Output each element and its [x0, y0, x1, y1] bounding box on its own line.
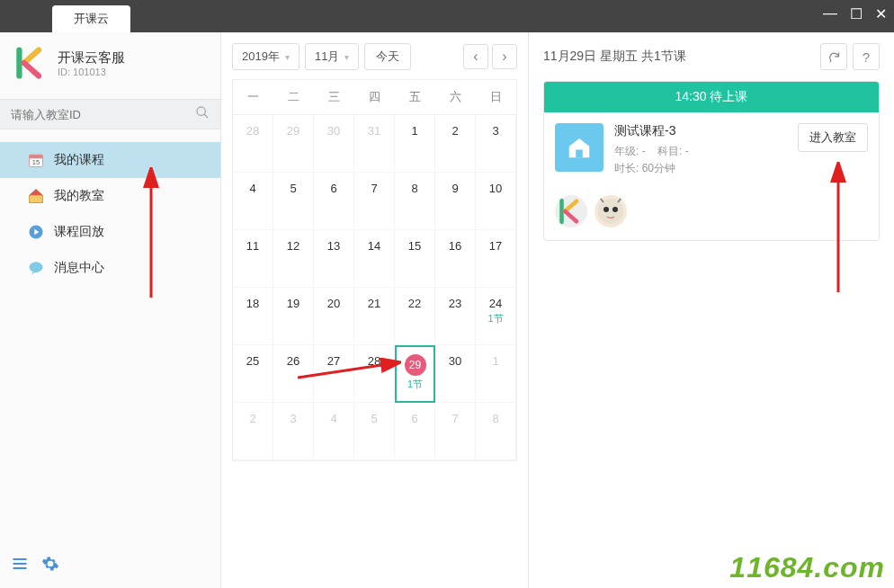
playback-icon — [27, 223, 45, 241]
svg-point-12 — [603, 207, 609, 212]
calendar-day[interactable]: 241节 — [476, 288, 516, 345]
course-status-bar: 14:30 待上课 — [544, 82, 879, 112]
search-box[interactable] — [0, 99, 220, 129]
app-logo-icon — [14, 47, 47, 79]
enter-classroom-button[interactable]: 进入教室 — [798, 123, 868, 152]
menu-icon[interactable] — [11, 555, 29, 577]
maximize-button[interactable]: ☐ — [850, 5, 863, 22]
close-button[interactable]: ✕ — [875, 5, 887, 22]
calendar-day[interactable]: 20 — [314, 288, 354, 345]
calendar-day[interactable]: 8 — [476, 403, 516, 460]
calendar-day[interactable]: 25 — [233, 345, 273, 403]
calendar-day[interactable]: 1 — [395, 115, 435, 173]
calendar-day[interactable]: 1 — [476, 345, 516, 403]
prev-month-button[interactable]: ‹ — [463, 44, 488, 69]
calendar-day[interactable]: 7 — [435, 403, 476, 460]
titlebar: 开课云 — ☐ ✕ — [0, 0, 894, 32]
calendar-day[interactable]: 12 — [273, 230, 314, 288]
calendar-day[interactable]: 31 — [354, 115, 395, 173]
search-input[interactable] — [11, 108, 195, 121]
nav-label: 消息中心 — [54, 260, 104, 276]
minimize-button[interactable]: — — [823, 5, 837, 22]
calendar-day[interactable]: 9 — [435, 173, 476, 230]
course-grade: 年级: - — [614, 145, 646, 157]
calendar-day[interactable]: 16 — [435, 230, 476, 288]
calendar-day[interactable]: 14 — [354, 230, 395, 288]
weekday-header: 三 — [314, 80, 354, 115]
calendar-day[interactable]: 30 — [314, 115, 354, 173]
calendar-day[interactable]: 29 — [273, 115, 314, 173]
chevron-down-icon: ▾ — [344, 52, 349, 62]
nav-list: 15 我的课程 我的教室 课程回放 — [0, 135, 220, 286]
sidebar: 开课云客服 ID: 101013 15 我的课程 — [0, 32, 221, 588]
calendar-grid: 一二三四五六日 28293031123456789101112131415161… — [232, 79, 517, 461]
calendar-day[interactable]: 23 — [435, 288, 476, 345]
weekday-header: 一 — [233, 80, 273, 115]
calendar-day[interactable]: 22 — [395, 288, 435, 345]
nav-item-messages[interactable]: 消息中心 — [0, 250, 220, 286]
teacher-avatar-icon — [555, 195, 587, 227]
event-count: 1节 — [476, 312, 515, 325]
calendar-day[interactable]: 6 — [314, 173, 354, 230]
profile-name: 开课云客服 — [58, 49, 125, 67]
month-select[interactable]: 11月▾ — [305, 43, 359, 70]
nav-item-my-courses[interactable]: 15 我的课程 — [0, 142, 220, 178]
year-select[interactable]: 2019年▾ — [232, 43, 299, 70]
weekday-header: 二 — [273, 80, 314, 115]
svg-point-0 — [197, 107, 205, 115]
today-button[interactable]: 今天 — [364, 43, 411, 70]
svg-point-6 — [30, 262, 43, 272]
next-month-button[interactable]: › — [492, 44, 517, 69]
app-tab[interactable]: 开课云 — [52, 5, 130, 32]
calendar-day[interactable]: 8 — [395, 173, 435, 230]
weekday-header: 四 — [354, 80, 395, 115]
calendar-day[interactable]: 2 — [233, 403, 273, 460]
detail-title: 11月29日 星期五 共1节课 — [543, 49, 686, 65]
student-avatar-icon — [595, 195, 627, 227]
profile-section: 开课云客服 ID: 101013 — [0, 32, 220, 94]
calendar-day[interactable]: 291节 — [395, 345, 435, 403]
calendar-day[interactable]: 11 — [233, 230, 273, 288]
nav-label: 我的课程 — [54, 152, 104, 168]
help-button[interactable]: ? — [853, 43, 880, 70]
calendar-day[interactable]: 5 — [354, 403, 395, 460]
course-card: 14:30 待上课 测试课程-3 年级: - 科目: - 时长: 60分钟 — [543, 81, 880, 241]
calendar-day[interactable]: 28 — [354, 345, 395, 403]
svg-text:15: 15 — [32, 158, 40, 166]
calendar-day[interactable]: 17 — [476, 230, 516, 288]
calendar-day[interactable]: 19 — [273, 288, 314, 345]
course-subject: 科目: - — [657, 145, 689, 157]
calendar-day[interactable]: 27 — [314, 345, 354, 403]
calendar-day[interactable]: 3 — [476, 115, 516, 173]
calendar-day[interactable]: 30 — [435, 345, 476, 403]
chevron-down-icon: ▾ — [285, 52, 290, 62]
nav-label: 课程回放 — [54, 224, 104, 240]
svg-point-11 — [598, 199, 623, 224]
calendar-day[interactable]: 21 — [354, 288, 395, 345]
calendar-day[interactable]: 10 — [476, 173, 516, 230]
calendar-day[interactable]: 6 — [395, 403, 435, 460]
calendar-day[interactable]: 3 — [273, 403, 314, 460]
calendar-day[interactable]: 5 — [273, 173, 314, 230]
settings-icon[interactable] — [41, 555, 59, 577]
profile-id: ID: 101013 — [58, 67, 125, 77]
calendar-day[interactable]: 2 — [435, 115, 476, 173]
weekday-header: 五 — [395, 80, 435, 115]
calendar-day[interactable]: 28 — [233, 115, 273, 173]
calendar-panel: 2019年▾ 11月▾ 今天 ‹ › 一二三四五六日 2829303112345… — [221, 32, 529, 588]
weekday-header: 日 — [476, 80, 516, 115]
calendar-day[interactable]: 18 — [233, 288, 273, 345]
calendar-day[interactable]: 26 — [273, 345, 314, 403]
search-icon[interactable] — [195, 105, 210, 123]
svg-point-13 — [612, 207, 618, 212]
nav-item-my-classroom[interactable]: 我的教室 — [0, 178, 220, 214]
calendar-day[interactable]: 4 — [314, 403, 354, 460]
calendar-day[interactable]: 7 — [354, 173, 395, 230]
calendar-day[interactable]: 15 — [395, 230, 435, 288]
nav-label: 我的教室 — [54, 188, 104, 204]
nav-item-playback[interactable]: 课程回放 — [0, 214, 220, 250]
calendar-day[interactable]: 4 — [233, 173, 273, 230]
refresh-button[interactable] — [820, 43, 847, 70]
home-icon — [27, 187, 45, 205]
calendar-day[interactable]: 13 — [314, 230, 354, 288]
